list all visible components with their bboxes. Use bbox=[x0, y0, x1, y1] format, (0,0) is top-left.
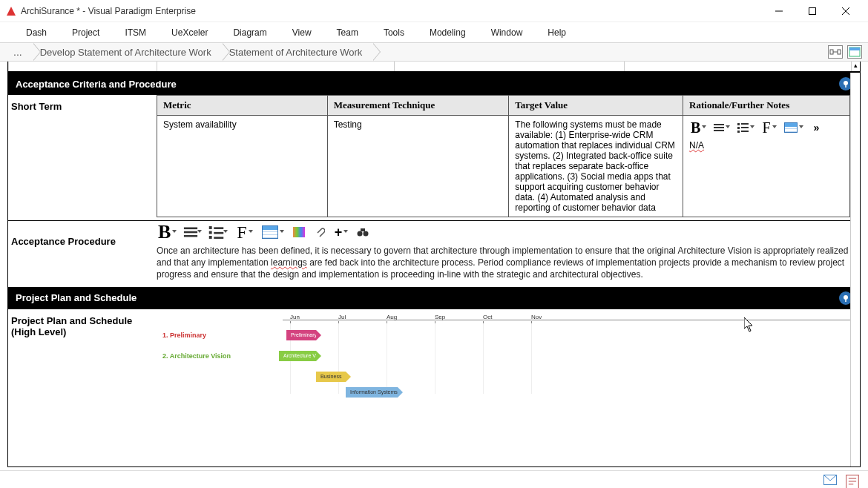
gantt-row-2-label: 2. Architecture Vision bbox=[162, 352, 231, 360]
gantt-row-2[interactable]: 2. Architecture Vision Architecture Vi..… bbox=[157, 348, 850, 367]
ruler: ▴ bbox=[7, 62, 861, 72]
plan-heading-text: Project Plan and Schedule bbox=[16, 292, 137, 303]
menubar: Dash Project ITSM UeXceler Diagram View … bbox=[0, 22, 868, 42]
plan-label: Project Plan and Schedule (High Level) bbox=[8, 309, 157, 394]
tool-icon-a[interactable] bbox=[828, 45, 843, 59]
menu-itsm[interactable]: ITSM bbox=[112, 24, 159, 41]
menu-diagram[interactable]: Diagram bbox=[220, 24, 279, 41]
procedure-toolbar: B F + bbox=[157, 221, 850, 243]
procedure-text[interactable]: Once an architecture has been defined, i… bbox=[157, 243, 850, 287]
plan-label-2: (High Level) bbox=[11, 326, 154, 337]
gantt-row-1[interactable]: 1. Preliminary Preliminary bbox=[157, 327, 850, 346]
menu-view[interactable]: View bbox=[280, 24, 324, 41]
gantt-bar-4[interactable]: Information Systems bbox=[346, 387, 398, 398]
svg-rect-1 bbox=[809, 7, 815, 14]
cell-metric[interactable]: System availability bbox=[157, 116, 328, 217]
tick-aug: Aug bbox=[387, 314, 397, 320]
mail-icon[interactable] bbox=[823, 475, 837, 485]
plan-row: Project Plan and Schedule (High Level) J… bbox=[8, 309, 860, 394]
scrollbar[interactable] bbox=[850, 73, 860, 466]
insert-button[interactable]: + bbox=[333, 224, 350, 240]
tick-jul: Jul bbox=[338, 314, 346, 320]
gantt-bar-3[interactable]: Business bbox=[316, 372, 346, 382]
tick-nov: Nov bbox=[531, 314, 542, 320]
menu-help[interactable]: Help bbox=[535, 24, 579, 41]
menu-modeling[interactable]: Modeling bbox=[417, 24, 479, 41]
col-target: Target Value bbox=[509, 96, 683, 116]
col-measurement: Measurement Technique bbox=[327, 96, 509, 116]
gantt-chart[interactable]: Jun Jul Aug Sep Oct Nov 1. Preliminary P… bbox=[157, 312, 850, 394]
tick-sep: Sep bbox=[435, 314, 445, 320]
status-bar bbox=[0, 470, 868, 488]
plan-label-1: Project Plan and Schedule bbox=[11, 315, 154, 326]
cell-target[interactable]: The following systems must be made avail… bbox=[509, 116, 683, 217]
cell-toolbar: B F » bbox=[689, 119, 844, 136]
gantt-bar-2[interactable]: Architecture Vi... bbox=[279, 351, 316, 361]
app-logo-icon bbox=[6, 6, 16, 16]
content-pane: Acceptance Criteria and Procedure Short … bbox=[7, 72, 861, 467]
find-button[interactable] bbox=[355, 224, 370, 240]
criteria-heading-text: Acceptance Criteria and Procedure bbox=[16, 79, 177, 90]
svg-rect-8 bbox=[849, 47, 860, 50]
cell-technique[interactable]: Testing bbox=[327, 116, 509, 217]
menu-project[interactable]: Project bbox=[59, 24, 112, 41]
breadcrumb-row: ... Develop Statement of Architecture Wo… bbox=[0, 42, 868, 62]
plan-heading: Project Plan and Schedule bbox=[8, 287, 860, 309]
svg-rect-5 bbox=[838, 50, 841, 54]
menu-uexceler[interactable]: UeXceler bbox=[159, 24, 220, 41]
scroll-up-icon[interactable]: ▴ bbox=[851, 62, 860, 71]
short-term-label: Short Term bbox=[8, 95, 157, 217]
align-button[interactable] bbox=[712, 119, 731, 136]
more-button[interactable]: » bbox=[809, 119, 824, 136]
svg-point-12 bbox=[364, 231, 369, 237]
tool-icon-b[interactable] bbox=[847, 45, 862, 59]
col-metric: Metric bbox=[157, 96, 328, 116]
menu-team[interactable]: Team bbox=[324, 24, 371, 41]
menu-window[interactable]: Window bbox=[479, 24, 536, 41]
criteria-table: Metric Measurement Technique Target Valu… bbox=[157, 95, 850, 217]
minimize-button[interactable] bbox=[762, 0, 795, 22]
procedure-row: Acceptance Procedure B F + Once an archi… bbox=[8, 220, 860, 287]
svg-rect-4 bbox=[830, 50, 833, 54]
menu-dash[interactable]: Dash bbox=[13, 24, 59, 41]
gantt-row-1-label: 1. Preliminary bbox=[162, 332, 206, 339]
svg-point-11 bbox=[358, 231, 363, 237]
table-button[interactable] bbox=[783, 119, 805, 136]
procedure-label: Acceptance Procedure bbox=[8, 221, 157, 287]
breadcrumb-item-statement[interactable]: Statement of Architecture Work bbox=[214, 43, 373, 61]
titlebar: ArchiSurance * - Visual Paradigm Enterpr… bbox=[0, 0, 868, 22]
col-rationale: Rationale/Further Notes bbox=[683, 96, 850, 116]
list-button[interactable] bbox=[209, 224, 229, 240]
font-button[interactable]: F bbox=[235, 224, 254, 240]
align-button[interactable] bbox=[184, 224, 203, 240]
short-term-row: Short Term Metric Measurement Technique … bbox=[8, 95, 860, 217]
bold-button[interactable]: B bbox=[157, 224, 178, 240]
attach-button[interactable] bbox=[312, 224, 327, 240]
cell-rationale[interactable]: B F » N/A bbox=[683, 116, 850, 217]
table-button[interactable] bbox=[260, 224, 286, 240]
menu-tools[interactable]: Tools bbox=[371, 24, 417, 41]
table-row[interactable]: System availability Testing The followin… bbox=[157, 116, 850, 217]
gantt-row-4[interactable]: Information Systems bbox=[157, 384, 850, 403]
bold-button[interactable]: B bbox=[689, 119, 708, 136]
color-button[interactable] bbox=[292, 224, 306, 240]
svg-rect-13 bbox=[361, 228, 365, 231]
close-button[interactable] bbox=[829, 0, 862, 22]
cell-rationale-text: N/A bbox=[689, 140, 704, 151]
maximize-button[interactable] bbox=[795, 0, 829, 22]
font-button[interactable]: F bbox=[760, 119, 777, 136]
procedure-text-squig: learnings bbox=[271, 257, 307, 268]
window-title: ArchiSurance * - Visual Paradigm Enterpr… bbox=[21, 6, 762, 16]
note-icon[interactable] bbox=[846, 475, 859, 485]
criteria-heading: Acceptance Criteria and Procedure bbox=[8, 73, 860, 95]
breadcrumb-item-develop[interactable]: Develop Statement of Architecture Work bbox=[25, 43, 222, 61]
list-button[interactable] bbox=[736, 119, 756, 136]
tick-oct: Oct bbox=[483, 314, 492, 320]
tick-jun: Jun bbox=[290, 314, 300, 320]
gantt-bar-1[interactable]: Preliminary bbox=[286, 330, 316, 340]
